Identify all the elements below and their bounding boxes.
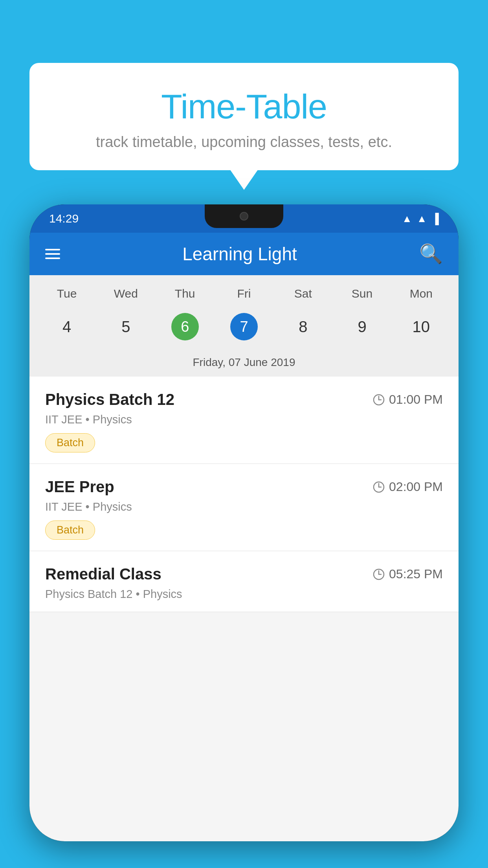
- day-header-thu: Thu: [156, 283, 215, 304]
- day-8[interactable]: 8: [273, 313, 332, 341]
- bubble-title: Time-Table: [45, 86, 443, 127]
- batch-tag-2: Batch: [45, 520, 95, 540]
- schedule-title-3: Remedial Class: [45, 565, 161, 583]
- phone-screen: Tue Wed Thu Fri Sat Sun Mon 4 5 6 7: [29, 275, 459, 841]
- schedule-item-1-header: Physics Batch 12 01:00 PM: [45, 391, 443, 408]
- schedule-item-3[interactable]: Remedial Class 05:25 PM Physics Batch 12…: [29, 551, 459, 612]
- day-header-wed: Wed: [96, 283, 155, 304]
- day-header-tue: Tue: [37, 283, 96, 304]
- speech-bubble: Time-Table track timetable, upcoming cla…: [29, 63, 459, 170]
- schedule-subtitle-2: IIT JEE • Physics: [45, 500, 443, 513]
- day-headers: Tue Wed Thu Fri Sat Sun Mon: [29, 275, 459, 304]
- day-4[interactable]: 4: [37, 313, 96, 341]
- schedule-item-2[interactable]: JEE Prep 02:00 PM IIT JEE • Physics Batc…: [29, 464, 459, 551]
- schedule-subtitle-1: IIT JEE • Physics: [45, 413, 443, 426]
- schedule-time-1: 01:00 PM: [372, 392, 443, 407]
- schedule-time-2: 02:00 PM: [372, 480, 443, 494]
- day-9[interactable]: 9: [332, 313, 391, 341]
- menu-icon[interactable]: [45, 249, 60, 259]
- app-title: Learning Light: [182, 243, 297, 265]
- signal-icon: ▲: [417, 213, 427, 225]
- day-10[interactable]: 10: [392, 313, 451, 341]
- day-header-sat: Sat: [273, 283, 332, 304]
- day-7[interactable]: 7: [215, 307, 273, 346]
- schedule-time-3: 05:25 PM: [372, 567, 443, 581]
- schedule-item-2-header: JEE Prep 02:00 PM: [45, 478, 443, 496]
- schedule-title-1: Physics Batch 12: [45, 391, 174, 408]
- clock-icon-3: [372, 568, 385, 581]
- calendar-strip: Tue Wed Thu Fri Sat Sun Mon 4 5 6 7: [29, 275, 459, 377]
- day-header-fri: Fri: [215, 283, 273, 304]
- status-time: 14:29: [49, 212, 79, 225]
- day-header-sun: Sun: [332, 283, 391, 304]
- day-header-mon: Mon: [392, 283, 451, 304]
- day-6[interactable]: 6: [156, 307, 215, 346]
- app-bar: Learning Light 🔍: [29, 233, 459, 275]
- camera-dot: [240, 212, 248, 221]
- status-icons: ▲ ▲ ▐: [402, 213, 439, 225]
- phone-frame: 14:29 ▲ ▲ ▐ Learning Light 🔍 Tue: [29, 204, 459, 841]
- battery-icon: ▐: [432, 213, 439, 225]
- selected-date-label: Friday, 07 June 2019: [29, 352, 459, 377]
- schedule-list: Physics Batch 12 01:00 PM IIT JEE • Phys…: [29, 377, 459, 612]
- bubble-subtitle: track timetable, upcoming classes, tests…: [45, 134, 443, 151]
- wifi-icon: ▲: [402, 213, 412, 225]
- clock-icon-1: [372, 394, 385, 406]
- schedule-title-2: JEE Prep: [45, 478, 114, 496]
- schedule-subtitle-3: Physics Batch 12 • Physics: [45, 588, 443, 601]
- schedule-item-1[interactable]: Physics Batch 12 01:00 PM IIT JEE • Phys…: [29, 377, 459, 464]
- batch-tag-1: Batch: [45, 433, 95, 452]
- day-5[interactable]: 5: [96, 313, 155, 341]
- day-numbers: 4 5 6 7 8 9 10: [29, 304, 459, 352]
- phone-container: 14:29 ▲ ▲ ▐ Learning Light 🔍 Tue: [29, 204, 459, 868]
- clock-icon-2: [372, 481, 385, 493]
- search-icon[interactable]: 🔍: [419, 243, 443, 265]
- schedule-item-3-header: Remedial Class 05:25 PM: [45, 565, 443, 583]
- notch: [205, 204, 283, 228]
